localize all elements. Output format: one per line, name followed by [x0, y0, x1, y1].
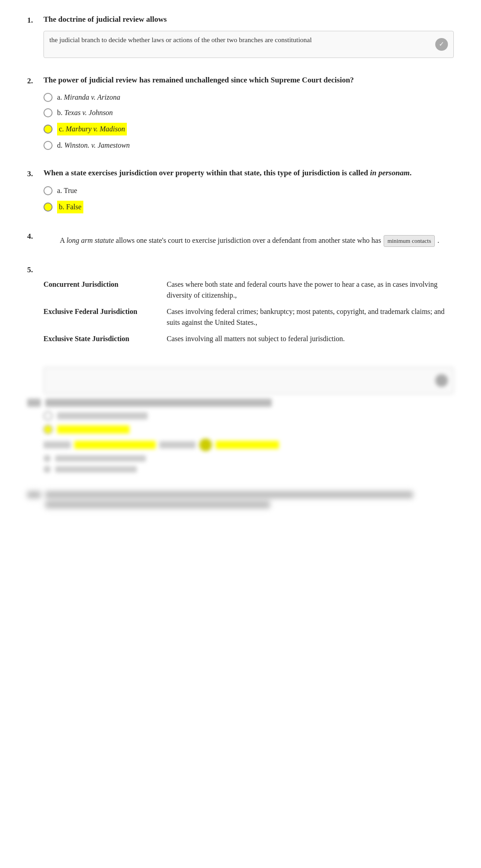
blurred-line-1 — [55, 455, 146, 462]
blurred-bottom-row — [27, 491, 454, 508]
q2-number: 2. — [27, 75, 43, 87]
q5-term-3: Exclusive State Jurisdiction — [43, 333, 161, 344]
main-page: 1. The doctrine of judicial review allow… — [0, 0, 481, 540]
question-2: 2. The power of judicial review has rema… — [27, 74, 454, 151]
q2-radio-b[interactable] — [43, 108, 53, 117]
q2-option-a[interactable]: a. Miranda v. Arizona — [43, 92, 454, 103]
blurred-bottom-num — [27, 491, 41, 498]
blurred-yellow-fill — [74, 441, 156, 449]
q5-def-1: Cases where both state and federal court… — [167, 279, 454, 301]
q2-options: a. Miranda v. Arizona b. Texas v. Johnso… — [43, 92, 454, 151]
blurred-fill-area — [43, 439, 454, 451]
q2-label-a: a. Miranda v. Arizona — [57, 92, 120, 103]
question-5: 5. Concurrent Jurisdiction Cases where b… — [27, 263, 454, 345]
blurred-q6-text — [45, 399, 272, 407]
q5-matching: Concurrent Jurisdiction Cases where both… — [43, 279, 454, 344]
q2-label-b: b. Texas v. Johnson — [57, 107, 113, 118]
q5-number: 5. — [27, 264, 43, 276]
q3-label-a: a. True — [57, 185, 77, 196]
q5-match-2: Exclusive Federal Jurisdiction Cases inv… — [43, 306, 454, 328]
q1-check-icon: ✓ — [435, 38, 448, 51]
q5-def-3: Cases involving all matters not subject … — [167, 333, 454, 344]
blurred-q6-opt1 — [43, 411, 454, 420]
q2-option-b[interactable]: b. Texas v. Johnson — [43, 107, 454, 118]
blurred-q6-opt-yellow — [43, 425, 454, 434]
q3-number: 3. — [27, 168, 43, 180]
q2-label-c: c. Marbury v. Madison — [57, 123, 127, 135]
q3-option-a[interactable]: a. True — [43, 185, 454, 196]
q2-option-c[interactable]: c. Marbury v. Madison — [43, 123, 454, 135]
blurred-yellow-fill-2 — [216, 441, 279, 449]
blurred-bottom-line2 — [45, 501, 270, 508]
blurred-bottom-line1 — [45, 491, 413, 498]
q5-match-1: Concurrent Jurisdiction Cases where both… — [43, 279, 454, 301]
blurred-circle-yellow — [199, 439, 212, 451]
blurred-small-circles — [43, 455, 454, 473]
blurred-word-2 — [159, 441, 196, 448]
q4-fill-area: A long arm statute allows one state's co… — [60, 234, 439, 247]
blurred-circle-row-1 — [43, 455, 454, 462]
blurred-q6 — [27, 399, 454, 473]
blurred-radio-yellow — [43, 425, 53, 434]
blurred-circle-row-2 — [43, 466, 454, 473]
question-4: 4. A long arm statute allows one state's… — [27, 230, 454, 247]
question-3: 3. When a state exercises jurisdiction o… — [27, 167, 454, 213]
q5-term-1: Concurrent Jurisdiction — [43, 279, 161, 290]
q3-option-b[interactable]: b. False — [43, 201, 454, 213]
q5-term-2: Exclusive Federal Jurisdiction — [43, 306, 161, 317]
q2-text: The power of judicial review has remaine… — [43, 74, 454, 86]
blurred-q6-header — [27, 399, 454, 407]
q3-options: a. True b. False — [43, 185, 454, 213]
blurred-questions — [27, 367, 454, 508]
q4-number: 4. — [27, 231, 43, 242]
q3-label-b: b. False — [57, 201, 83, 213]
blurred-q6-num — [27, 399, 41, 407]
blurred-answer-box-1 — [43, 367, 454, 394]
blurred-highlight-1 — [57, 425, 130, 434]
q1-text: The doctrine of judicial review allows — [43, 14, 454, 25]
q3-radio-a[interactable] — [43, 186, 53, 195]
blurred-word-1 — [43, 441, 71, 448]
q1-answer-text: the judicial branch to decide whether la… — [49, 36, 312, 43]
q5-match-3: Exclusive State Jurisdiction Cases invol… — [43, 333, 454, 344]
q3-text: When a state exercises jurisdiction over… — [43, 167, 454, 179]
q3-radio-b[interactable] — [43, 203, 53, 212]
q2-radio-d[interactable] — [43, 141, 53, 150]
blurred-bottom-text — [45, 491, 454, 508]
q1-number: 1. — [27, 14, 43, 26]
q2-option-d[interactable]: d. Winston. v. Jamestown — [43, 140, 454, 151]
blurred-bottom-q — [27, 491, 454, 508]
q1-answer-area[interactable]: the judicial branch to decide whether la… — [43, 31, 454, 58]
blurred-check-1 — [435, 374, 448, 387]
q2-radio-a[interactable] — [43, 93, 53, 102]
blurred-radio-1 — [43, 411, 53, 420]
q4-tooltip: minimum contacts — [384, 235, 434, 247]
q2-label-d: d. Winston. v. Jamestown — [57, 140, 130, 151]
q5-def-2: Cases involving federal crimes; bankrupt… — [167, 306, 454, 328]
blurred-bar-1 — [57, 412, 148, 420]
q2-radio-c[interactable] — [43, 125, 53, 134]
blurred-tiny-2 — [43, 466, 51, 473]
question-1: 1. The doctrine of judicial review allow… — [27, 14, 454, 58]
blurred-tiny-1 — [43, 455, 51, 462]
blurred-line-2 — [55, 466, 137, 473]
